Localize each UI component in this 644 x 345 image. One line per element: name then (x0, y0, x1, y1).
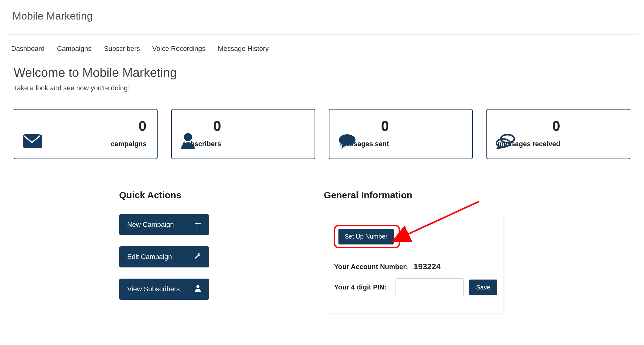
svg-point-3 (184, 133, 192, 141)
pin-input[interactable] (396, 278, 464, 296)
pin-row: Your 4 digit PIN: Save (334, 278, 494, 296)
quick-actions-section: Quick Actions New Campaign Edit Campaign… (119, 190, 324, 313)
svg-point-4 (339, 134, 356, 146)
button-label: New Campaign (127, 221, 174, 229)
general-info-heading: General Information (324, 190, 630, 200)
nav-dashboard[interactable]: Dashboard (11, 45, 45, 53)
stat-messages-received: 0 messages received (486, 109, 630, 159)
account-number-label: Your Account Number: (334, 263, 408, 271)
general-info-section: General Information Set Up Number Your A… (324, 190, 630, 313)
divider (6, 175, 638, 175)
svg-rect-2 (23, 134, 41, 148)
stat-value: 0 (340, 119, 389, 133)
stat-label: campaigns (111, 140, 146, 148)
nav-subscribers[interactable]: Subscribers (104, 45, 140, 53)
stat-subscribers: 0 subscribers (171, 109, 315, 159)
stat-value: 0 (498, 119, 560, 133)
stat-value: 0 (182, 119, 221, 133)
general-info-card: Set Up Number Your Account Number: 19322… (324, 214, 504, 313)
wrench-icon (194, 253, 201, 261)
set-up-number-button[interactable]: Set Up Number (338, 229, 394, 244)
button-label: View Subscribers (127, 285, 180, 293)
page-header: Mobile Marketing (6, 0, 638, 35)
account-number-value: 193224 (414, 262, 441, 271)
svg-point-7 (196, 285, 199, 288)
comment-icon (338, 134, 356, 150)
quick-actions-heading: Quick Actions (119, 190, 324, 200)
stats-row: 0 campaigns 0 subscribers 0 messages sen… (6, 95, 638, 175)
user-icon (181, 132, 195, 150)
welcome-block: Welcome to Mobile Marketing Take a look … (6, 63, 638, 95)
stat-messages-sent: 0 messages sent (329, 109, 473, 159)
button-label: Edit Campaign (127, 253, 172, 261)
account-number-row: Your Account Number: 193224 (334, 262, 494, 271)
user-icon (195, 285, 201, 293)
stat-value: 0 (111, 119, 146, 133)
comments-icon (496, 134, 515, 150)
stat-campaigns: 0 campaigns (14, 109, 158, 159)
save-button[interactable]: Save (469, 280, 497, 295)
pin-label: Your 4 digit PIN: (334, 283, 390, 291)
welcome-subheading: Take a look and see how you're doing: (14, 84, 630, 92)
annotation-highlight: Set Up Number (334, 225, 400, 248)
edit-campaign-button[interactable]: Edit Campaign (119, 246, 209, 267)
nav-voice-recordings[interactable]: Voice Recordings (152, 45, 205, 53)
nav-campaigns[interactable]: Campaigns (57, 45, 92, 53)
main-nav: Dashboard Campaigns Subscribers Voice Re… (6, 35, 638, 63)
welcome-heading: Welcome to Mobile Marketing (14, 66, 630, 80)
plus-icon (195, 221, 201, 229)
nav-message-history[interactable]: Message History (218, 45, 269, 53)
view-subscribers-button[interactable]: View Subscribers (119, 279, 209, 300)
envelope-icon (23, 134, 41, 149)
page-title: Mobile Marketing (12, 10, 632, 22)
new-campaign-button[interactable]: New Campaign (119, 214, 209, 235)
